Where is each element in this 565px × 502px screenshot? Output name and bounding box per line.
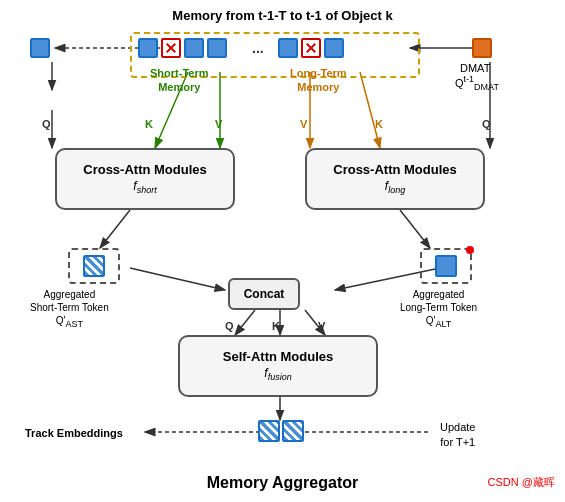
concat-box: Concat (228, 278, 300, 310)
token-1 (138, 38, 158, 58)
agg-short-box (68, 248, 120, 284)
update-label: Updatefor T+1 (440, 420, 475, 451)
concat-label: Concat (244, 287, 285, 301)
track-token-row (258, 420, 304, 442)
long-term-label: Long-TermMemory (290, 66, 347, 95)
svg-line-11 (130, 268, 225, 290)
blue-token-left (30, 38, 50, 58)
agg-short-label: AggregatedShort-Term TokenQ'AST (30, 288, 109, 331)
svg-line-7 (360, 72, 380, 148)
dmat-q-label: Qt-1DMAT (455, 74, 499, 92)
k-label-right: K (375, 118, 383, 130)
token-2 (161, 38, 181, 58)
self-attn: Self-Attn Modules ffusion (178, 335, 378, 397)
token-5 (278, 38, 298, 58)
cross-attn-short: Cross-Attn Modules fshort (55, 148, 235, 210)
dots-1: ... (252, 40, 264, 56)
svg-line-10 (400, 210, 430, 248)
token-row-long (278, 38, 344, 58)
top-label: Memory from t-1-T to t-1 of Object k (172, 8, 392, 23)
k-label-self: K (272, 320, 280, 332)
token-3 (184, 38, 204, 58)
dmat-label: DMAT (460, 62, 490, 74)
agg-long-label: AggregatedLong-Term TokenQ'ALT (400, 288, 477, 331)
v-label-self: V (318, 320, 325, 332)
q-label-self: Q (225, 320, 234, 332)
hatched-token-left (83, 255, 105, 277)
red-dot (466, 246, 474, 254)
short-term-label: Short-TermMemory (150, 66, 208, 95)
cross-attn-short-title: Cross-Attn Modules (83, 162, 207, 177)
token-row-short (138, 38, 227, 58)
v-label-left: V (215, 118, 222, 130)
cross-attn-long-title: Cross-Attn Modules (333, 162, 457, 177)
cross-attn-long-sub: flong (385, 179, 405, 195)
track-embeddings-label: Track Embeddings (25, 427, 123, 439)
svg-line-9 (100, 210, 130, 248)
k-label-left: K (145, 118, 153, 130)
csdn-label: CSDN @藏晖 (488, 475, 555, 490)
track-token-2 (282, 420, 304, 442)
self-attn-title: Self-Attn Modules (223, 349, 334, 364)
token-alt (435, 255, 457, 277)
q-label-right: Q (482, 118, 491, 130)
svg-line-13 (235, 310, 255, 335)
dmat-token (472, 38, 492, 58)
token-7 (324, 38, 344, 58)
bottom-title: Memory Aggregator (207, 474, 358, 492)
agg-long-box (420, 248, 472, 284)
token-4 (207, 38, 227, 58)
token-6 (301, 38, 321, 58)
self-attn-sub: ffusion (264, 366, 291, 382)
diagram: Memory from t-1-T to t-1 of Object k ...… (0, 0, 565, 502)
cross-attn-short-sub: fshort (133, 179, 156, 195)
cross-attn-long: Cross-Attn Modules flong (305, 148, 485, 210)
v-label-right: V (300, 118, 307, 130)
track-token-1 (258, 420, 280, 442)
q-label-left: Q (42, 118, 51, 130)
